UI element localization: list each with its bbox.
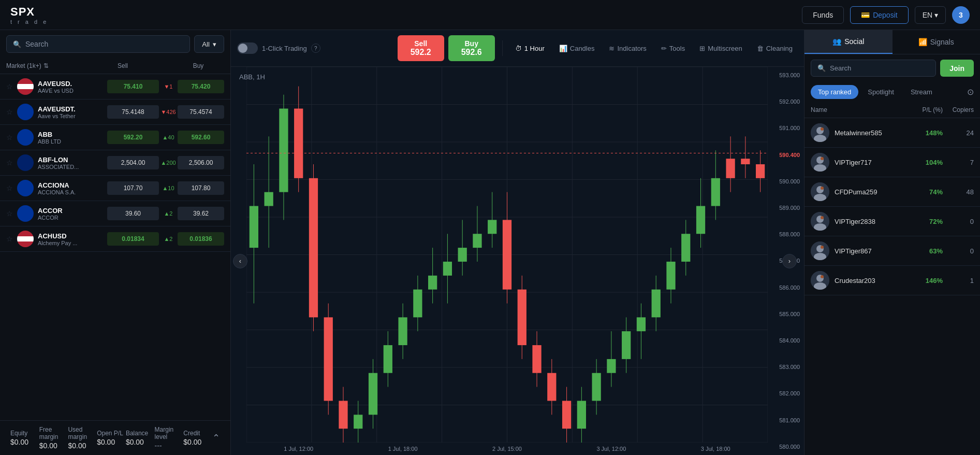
price-change: ▲200 — [159, 160, 178, 166]
buy-price: 2,506.00 — [178, 156, 224, 169]
asset-sub: ACCIONA S.A. — [38, 189, 107, 195]
deposit-button[interactable]: 💳 Deposit — [850, 6, 908, 24]
candle-icon: 📊 — [559, 45, 567, 52]
used-margin-item: Used margin $0.00 — [68, 426, 97, 450]
settings-icon[interactable]: ⊙ — [967, 87, 974, 97]
equity-item: Equity $0.00 — [10, 430, 39, 446]
right-panel: 👥 Social 📶 Signals 🔍 Join Top ranked Spo… — [804, 30, 980, 455]
favorite-icon[interactable]: ☆ — [6, 235, 13, 243]
expand-button[interactable]: ⌃ — [212, 432, 220, 444]
search-icon: 🔍 — [13, 40, 21, 48]
trader-copiers: 1 — [943, 277, 974, 285]
funds-button[interactable]: Funds — [802, 6, 844, 24]
language-button[interactable]: EN ▾ — [915, 6, 946, 24]
multiscreen-button[interactable]: ⊞ Multiscreen — [694, 41, 747, 55]
time-label: 1 Jul, 18:00 — [388, 446, 418, 452]
candlestick-chart[interactable] — [246, 67, 768, 443]
trader-pl: 74% — [906, 188, 943, 196]
svg-point-15 — [821, 216, 824, 219]
sell-button[interactable]: Sell 592.2 — [398, 35, 444, 61]
help-icon[interactable]: ? — [311, 44, 320, 53]
clock-icon: ⏱ — [515, 45, 522, 52]
asset-info: AAVEUSD. AAVE vs USD — [38, 80, 107, 94]
sell-price: 39.60 — [107, 207, 159, 220]
signals-icon: 📶 — [918, 38, 927, 46]
favorite-icon[interactable]: ☆ — [6, 209, 13, 218]
svg-point-7 — [821, 157, 824, 160]
list-item[interactable]: ☆ ACCOR ACCOR 39.60 ▲2 39.62 — [0, 201, 230, 226]
list-item[interactable]: ☆ ACCIONA ACCIONA S.A. 107.70 ▲10 107.80 — [0, 176, 230, 201]
right-search-input[interactable] — [830, 64, 929, 72]
time-label: 2 Jul, 15:00 — [492, 446, 522, 452]
sell-price: 592.20 — [107, 131, 159, 144]
favorite-icon[interactable]: ☆ — [6, 133, 13, 141]
time-label: 3 Jul, 12:00 — [596, 446, 626, 452]
asset-info: ABF-LON ASSOCIATED... — [38, 156, 107, 170]
search-box[interactable]: 🔍 — [6, 35, 190, 53]
sub-tab-spotlight[interactable]: Spotlight — [860, 85, 901, 99]
list-item[interactable]: CFDPuma259 74% 48 — [805, 177, 980, 207]
filter-button[interactable]: All ▾ — [194, 35, 224, 53]
list-item[interactable]: Metalwinner585 148% 24 — [805, 118, 980, 148]
asset-sub: AAVE vs USD — [38, 88, 107, 94]
chart-nav-right-button[interactable]: › — [782, 254, 797, 268]
asset-icon — [17, 180, 34, 196]
logo-spx: SPX — [10, 5, 48, 19]
market-title: Market (1k+) ⇅ — [6, 62, 92, 69]
list-item[interactable]: Crudestar203 146% 1 — [805, 266, 980, 295]
right-search-box[interactable]: 🔍 — [811, 60, 936, 77]
svg-point-19 — [821, 246, 824, 249]
indicators-icon: ≋ — [609, 45, 615, 52]
open-pl-item: Open P/L $0.00 — [97, 430, 126, 446]
avatar-button[interactable]: 3 — [952, 6, 970, 24]
list-item[interactable]: ☆ ACHUSD Alchemy Pay ... 0.01834 ▲2 0.01… — [0, 226, 230, 252]
chart-toolbar: 1-Click Trading ? Sell 592.2 Buy 592.6 ⏱… — [231, 30, 804, 67]
join-button[interactable]: Join — [940, 60, 974, 77]
col-buy-header: Buy — [172, 62, 224, 69]
buy-button[interactable]: Buy 592.6 — [448, 35, 495, 61]
margin-level-item: Margin level --- — [155, 426, 184, 450]
trader-pl: 146% — [906, 277, 943, 285]
favorite-icon[interactable]: ☆ — [6, 108, 13, 116]
candles-button[interactable]: 📊 Candles — [554, 41, 600, 55]
favorite-icon[interactable]: ☆ — [6, 184, 13, 192]
timeframe-button[interactable]: ⏱ 1 Hour — [510, 41, 550, 55]
search-input[interactable] — [25, 40, 183, 48]
one-click-trading-toggle[interactable] — [237, 42, 258, 54]
svg-point-3 — [821, 127, 824, 131]
tab-social[interactable]: 👥 Social — [805, 30, 893, 54]
list-item[interactable]: ☆ ABB ABB LTD 592.20 ▲40 592.60 — [0, 125, 230, 150]
list-item[interactable]: ☆ AAVEUSDT. Aave vs Tether 75.4148 ▼426 … — [0, 99, 230, 125]
list-item[interactable]: ☆ ABF-LON ASSOCIATED... 2,504.00 ▲200 2,… — [0, 150, 230, 176]
sub-tab-stream[interactable]: Stream — [903, 85, 940, 99]
time-label: 3 Jul, 18:00 — [701, 446, 730, 452]
chart-view[interactable]: ABB, 1H ‹ › 593.000592.000591.000590.400… — [231, 67, 804, 455]
list-item[interactable]: VIPTiger717 104% 7 — [805, 148, 980, 177]
balance-item: Balance $0.00 — [126, 430, 155, 446]
header: SPX t r a d e Funds 💳 Deposit EN ▾ 3 — [0, 0, 980, 30]
asset-name: AAVEUSDT. — [38, 105, 107, 113]
social-icon: 👥 — [832, 37, 841, 46]
avatar — [811, 123, 829, 142]
price-label: 586.000 — [768, 285, 804, 291]
cleaning-button[interactable]: 🗑 Cleaning — [752, 41, 798, 55]
list-item[interactable]: ☆ AAVEUSD. AAVE vs USD 75.410 ▼1 75.420 — [0, 74, 230, 99]
chart-nav-left-button[interactable]: ‹ — [233, 254, 247, 268]
social-tabs: 👥 Social 📶 Signals — [805, 30, 980, 54]
price-label: 593.000 — [768, 72, 804, 78]
right-search-area: 🔍 Join — [805, 54, 980, 82]
list-item[interactable]: VIPTiger867 63% 0 — [805, 236, 980, 266]
tools-button[interactable]: ✏ Tools — [656, 41, 690, 55]
sort-icon[interactable]: ⇅ — [43, 62, 49, 69]
indicators-button[interactable]: ≋ Indicators — [604, 41, 651, 55]
favorite-icon[interactable]: ☆ — [6, 159, 13, 167]
list-item[interactable]: VIPTiger2838 72% 0 — [805, 207, 980, 236]
avatar — [811, 271, 829, 290]
favorite-icon[interactable]: ☆ — [6, 82, 13, 91]
tab-signals[interactable]: 📶 Signals — [893, 30, 981, 54]
sub-tab-top-ranked[interactable]: Top ranked — [811, 85, 858, 99]
price-change: ▲40 — [159, 134, 178, 140]
asset-sub: Aave vs Tether — [38, 113, 107, 119]
trader-copiers: 0 — [943, 218, 974, 225]
asset-sub: ABB LTD — [38, 138, 107, 145]
